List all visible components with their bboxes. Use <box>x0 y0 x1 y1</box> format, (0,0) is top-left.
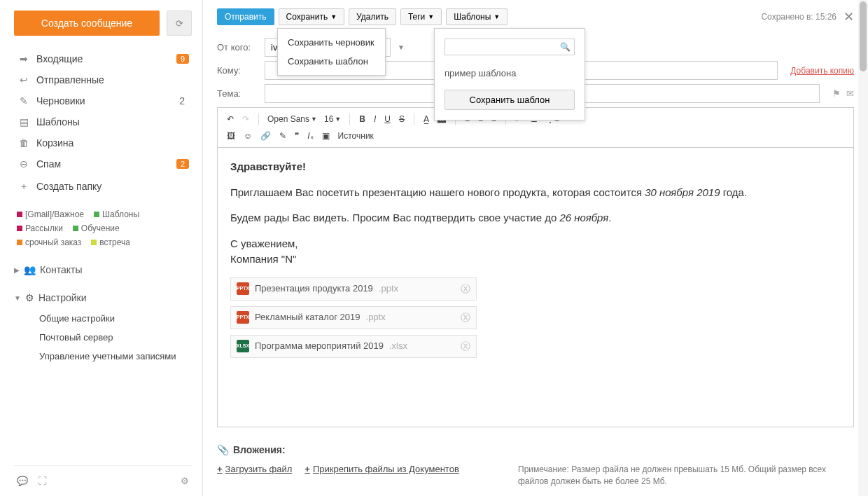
save-template-button[interactable]: Сохранить шаблон <box>444 90 575 110</box>
tag-color <box>17 226 22 231</box>
sidebar-folder[interactable]: ⊖Спам2 <box>14 153 192 174</box>
sidebar-folder[interactable]: ✎Черновики2 <box>14 90 192 111</box>
settings-section[interactable]: ▼ ⚙ Настройки <box>14 292 192 303</box>
templates-button[interactable]: Шаблоны▼ <box>446 8 507 25</box>
attachment: PPTXРекламный каталог 2019.pptxⓧ <box>230 306 477 329</box>
strike-icon[interactable]: S <box>396 112 408 126</box>
font-select[interactable]: Open Sans ▼ <box>265 113 320 125</box>
tag[interactable]: Рассылки <box>17 223 63 233</box>
sidebar-folder[interactable]: ↩Отправленные <box>14 69 192 90</box>
flag-icon[interactable]: ⚑ <box>832 88 841 99</box>
redo-icon[interactable]: ↷ <box>239 112 253 126</box>
attachment-ext: .pptx <box>366 310 386 324</box>
tag-color <box>17 240 22 245</box>
filetype-icon: XLSX <box>237 340 249 352</box>
caret-down-icon[interactable]: ▼ <box>398 43 405 51</box>
badge: 9 <box>176 54 189 64</box>
gear-icon: ⚙ <box>25 292 34 303</box>
envelope-icon[interactable]: ✉ <box>846 88 854 99</box>
tag[interactable]: [Gmail]/Важное <box>17 209 84 219</box>
sidebar-folder[interactable]: ▤Шаблоны <box>14 111 192 132</box>
save-draft-item[interactable]: Сохранить черновик <box>278 33 385 52</box>
attachment: XLSXПрограмма мероприятий 2019.xlsxⓧ <box>230 335 477 358</box>
folder-label: Шаблоны <box>36 116 80 128</box>
compose-button[interactable]: Создать сообщение <box>14 11 160 36</box>
main-pane: Отправить Сохранить▼ Удалить Теги▼ Шабло… <box>203 0 868 496</box>
save-label: Сохранить <box>286 12 328 22</box>
remove-attachment-icon[interactable]: ⓧ <box>461 339 470 354</box>
source-icon[interactable]: ▣ <box>318 129 333 143</box>
remove-attachment-icon[interactable]: ⓧ <box>461 310 470 325</box>
tag-color <box>91 240 97 245</box>
tags-button[interactable]: Теги▼ <box>400 8 442 25</box>
close-icon[interactable]: ✕ <box>844 9 854 25</box>
caret-down-icon: ▼ <box>493 13 500 20</box>
upload-file-link[interactable]: + Загрузить файл <box>217 464 292 474</box>
sidebar-folder[interactable]: 🗑Корзина <box>14 132 192 153</box>
tag-color <box>17 212 22 217</box>
main-toolbar: Отправить Сохранить▼ Удалить Теги▼ Шабло… <box>217 8 854 25</box>
attach-from-docs-link[interactable]: + Прикрепить файлы из Документов <box>304 464 458 474</box>
tag[interactable]: срочный заказ <box>17 237 81 247</box>
settings-sub-item[interactable]: Управление учетными записями <box>14 347 192 366</box>
from-label: От кого: <box>217 42 258 53</box>
chevron-down-icon: ▼ <box>14 294 21 302</box>
underline-icon[interactable]: U <box>381 112 394 126</box>
refresh-button[interactable]: ⟳ <box>167 11 192 36</box>
link-icon[interactable]: 🔗 <box>257 129 274 143</box>
tag-label: [Gmail]/Важное <box>25 209 84 219</box>
attachment-name: Программа мероприятий 2019 <box>255 339 384 353</box>
attachments-header: Вложения: <box>233 444 286 455</box>
template-search-input[interactable] <box>444 39 575 55</box>
save-button[interactable]: Сохранить▼ <box>279 8 345 25</box>
to-label: Кому: <box>217 65 258 76</box>
folder-icon: ➡ <box>17 53 31 64</box>
remove-attachment-icon[interactable]: ⓧ <box>461 282 470 296</box>
subject-label: Тема: <box>217 88 258 99</box>
settings-label: Настройки <box>38 292 87 303</box>
quote-icon[interactable]: ❞ <box>291 129 302 143</box>
signature-icon[interactable]: ✎ <box>276 129 290 143</box>
templates-dropdown: 🔍 пример шаблона Сохранить шаблон <box>434 28 585 120</box>
contacts-section[interactable]: ▶ 👥 Контакты <box>14 264 192 275</box>
delete-button[interactable]: Удалить <box>349 8 396 25</box>
fontsize-select[interactable]: 16 ▼ <box>321 113 344 125</box>
chat-icon[interactable]: 💬 <box>17 476 28 486</box>
folder-icon: ✎ <box>17 95 31 106</box>
attachment-name: Рекламный каталог 2019 <box>255 310 360 324</box>
editor-body[interactable]: Здравствуйте! Приглашаем Вас посетить пр… <box>217 147 854 427</box>
save-template-item[interactable]: Сохранить шаблон <box>278 52 385 71</box>
tag[interactable]: встреча <box>91 237 130 247</box>
folder-icon: ▤ <box>17 116 31 128</box>
clear-format-icon[interactable]: Iₓ <box>304 129 316 143</box>
send-button[interactable]: Отправить <box>217 8 274 25</box>
caret-down-icon: ▼ <box>311 116 317 123</box>
italic-icon[interactable]: I <box>370 112 379 126</box>
textcolor-icon[interactable]: A̲ <box>420 112 433 126</box>
bold-icon[interactable]: B <box>356 112 369 126</box>
chevron-right-icon: ▶ <box>14 266 20 274</box>
templates-label: Шаблоны <box>454 12 491 22</box>
scrollbar[interactable] <box>858 0 868 496</box>
undo-icon[interactable]: ↶ <box>223 112 237 126</box>
create-folder-link[interactable]: +Создать папку <box>14 176 192 197</box>
gear-icon[interactable]: ⚙ <box>181 476 189 486</box>
folder-icon: ↩ <box>17 74 31 85</box>
source-button[interactable]: Источник <box>335 129 377 143</box>
tag-label: Шаблоны <box>102 209 139 219</box>
sidebar-folder[interactable]: ➡Входящие9 <box>14 48 192 69</box>
add-copy-link[interactable]: Добавить копию <box>790 66 854 76</box>
expand-icon[interactable]: ⛶ <box>38 476 47 486</box>
tag[interactable]: Шаблоны <box>94 209 139 219</box>
folder-label: Спам <box>36 158 61 170</box>
emoji-icon[interactable]: ☺ <box>240 129 255 143</box>
tag[interactable]: Обучение <box>73 223 120 233</box>
settings-sub-item[interactable]: Почтовый сервер <box>14 328 192 347</box>
image-icon[interactable]: 🖼 <box>223 129 239 143</box>
badge: 2 <box>176 159 189 169</box>
settings-sub-item[interactable]: Общие настройки <box>14 309 192 328</box>
template-item[interactable]: пример шаблона <box>444 65 575 90</box>
filetype-icon: PPTX <box>237 282 249 295</box>
tag-label: Рассылки <box>25 223 63 233</box>
caret-down-icon: ▼ <box>428 13 434 20</box>
